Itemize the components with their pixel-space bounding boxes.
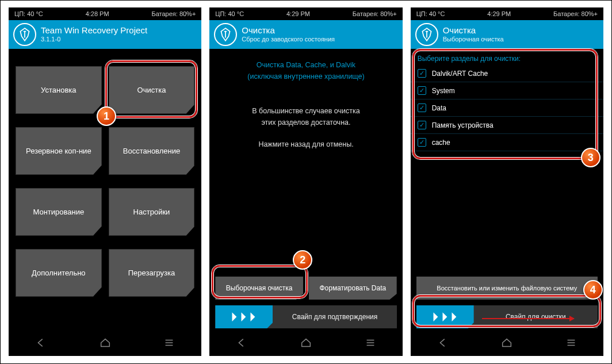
tile-settings[interactable]: Настройки <box>109 188 195 236</box>
step-badge: 2 <box>293 250 312 270</box>
checkbox-icon[interactable]: ✓ <box>418 138 426 147</box>
partition-checkbox-row[interactable]: ✓cache <box>411 134 603 151</box>
partition-checkbox-row[interactable]: ✓Dalvik/ART Cache <box>411 65 603 82</box>
swipe-handle[interactable] <box>416 305 474 328</box>
header-title: Team Win Recovery Project <box>41 25 147 36</box>
wipe-info-link: Очистка Data, Cache, и Dalvik <box>220 59 392 71</box>
status-bar: ЦП: 40 °C 4:29 PM Батарея: 80%+ <box>411 7 603 20</box>
status-battery: Батарея: 80%+ <box>353 10 397 17</box>
nav-menu-icon[interactable] <box>565 336 577 351</box>
status-cpu: ЦП: 40 °C <box>14 10 43 17</box>
repair-fs-button[interactable]: Восстановить или изменить файловую систе… <box>416 277 598 300</box>
twrp-logo-icon <box>415 23 438 46</box>
twrp-logo-icon <box>13 23 36 46</box>
step-badge: 1 <box>97 106 116 126</box>
phone-screen-wipe: ЦП: 40 °C 4:29 PM Батарея: 80%+ Очистка … <box>209 7 402 356</box>
section-title: Выберите разделы для очистки: <box>411 49 603 65</box>
header-title: Очистка <box>242 25 335 36</box>
status-bar: ЦП: 40 °C 4:28 PM Батарея: 80%+ <box>9 7 201 20</box>
status-cpu: ЦП: 40 °C <box>416 10 445 17</box>
wipe-info-text: этих разделов достаточна. <box>220 117 392 128</box>
tile-wipe[interactable]: Очистка <box>109 66 195 114</box>
status-battery: Батарея: 80%+ <box>151 10 196 17</box>
nav-home-icon[interactable] <box>300 336 312 351</box>
partition-checkbox-row[interactable]: ✓Data <box>411 99 603 117</box>
nav-back-icon[interactable] <box>437 336 449 351</box>
screenshot-collage: ЦП: 40 °C 4:28 PM Батарея: 80%+ Team Win… <box>0 0 612 364</box>
swipe-label: Свайп для очистки <box>474 313 598 321</box>
partition-checkbox-row[interactable]: ✓Память устройства <box>411 117 603 134</box>
phone-screen-advanced-wipe: ЦП: 40 °C 4:29 PM Батарея: 80%+ Очистка … <box>411 7 603 356</box>
format-data-button[interactable]: Форматировать Data <box>309 277 397 300</box>
twrp-logo-icon <box>214 23 237 46</box>
app-header: Очистка Выборочная очистка <box>411 20 603 49</box>
status-time: 4:28 PM <box>86 10 109 17</box>
arrow-right-icon <box>482 318 574 319</box>
nav-menu-icon[interactable] <box>364 336 377 351</box>
main-content: Установка Очистка Резервное коп-ние Восс… <box>9 49 201 332</box>
phone-screen-main: ЦП: 40 °C 4:28 PM Батарея: 80%+ Team Win… <box>9 7 201 356</box>
wipe-info-link2: (исключая внутреннее хранилище) <box>220 71 392 82</box>
advanced-wipe-content: Выберите разделы для очистки: ✓Dalvik/AR… <box>411 49 603 332</box>
nav-home-icon[interactable] <box>500 336 513 351</box>
header-title: Очистка <box>443 25 504 36</box>
tile-mount[interactable]: Монтирование <box>16 188 102 236</box>
status-battery: Батарея: 80%+ <box>553 10 598 17</box>
checkbox-icon[interactable]: ✓ <box>418 121 426 129</box>
partition-checkbox-row[interactable]: ✓System <box>411 82 603 99</box>
step-badge: 4 <box>583 280 603 300</box>
step-badge: 3 <box>581 148 600 167</box>
status-cpu: ЦП: 40 °C <box>215 10 244 17</box>
checkbox-icon[interactable]: ✓ <box>418 104 426 112</box>
app-header: Очистка Сброс до заводского состояния <box>209 20 402 49</box>
swipe-label: Свайп для подтверждения <box>273 313 396 321</box>
nav-bar <box>9 332 201 356</box>
app-header: Team Win Recovery Project 3.1.1-0 <box>9 20 201 49</box>
header-subtitle: 3.1.1-0 <box>41 36 147 43</box>
nav-back-icon[interactable] <box>35 336 47 351</box>
swipe-handle[interactable] <box>215 305 273 328</box>
status-bar: ЦП: 40 °C 4:29 PM Батарея: 80%+ <box>209 7 402 20</box>
wipe-info-text: В большинстве случаев очистка <box>220 105 392 117</box>
header-subtitle: Выборочная очистка <box>443 36 504 43</box>
tile-install[interactable]: Установка <box>16 66 102 114</box>
tile-restore[interactable]: Восстановление <box>109 127 195 175</box>
status-time: 4:29 PM <box>487 10 511 17</box>
tile-backup[interactable]: Резервное коп-ние <box>16 127 102 175</box>
wipe-content: Очистка Data, Cache, и Dalvik (исключая … <box>209 49 402 332</box>
nav-back-icon[interactable] <box>235 336 248 351</box>
checkbox-icon[interactable]: ✓ <box>418 86 426 95</box>
nav-bar <box>209 332 402 356</box>
nav-menu-icon[interactable] <box>163 336 175 351</box>
checkbox-icon[interactable]: ✓ <box>418 69 426 78</box>
swipe-confirm-bar[interactable]: Свайп для подтверждения <box>215 305 396 328</box>
nav-home-icon[interactable] <box>99 336 112 351</box>
nav-bar <box>411 332 603 356</box>
header-subtitle: Сброс до заводского состояния <box>242 36 335 43</box>
tile-advanced[interactable]: Дополнительно <box>16 249 102 297</box>
wipe-info-text: Нажмите назад для отмены. <box>220 139 392 150</box>
status-time: 4:29 PM <box>286 10 310 17</box>
tile-reboot[interactable]: Перезагрузка <box>109 249 195 297</box>
selective-wipe-button[interactable]: Выборочная очистка <box>215 277 303 300</box>
